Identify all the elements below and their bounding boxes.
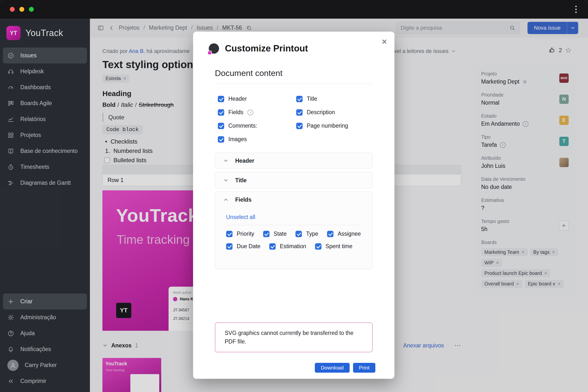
divider bbox=[226, 225, 362, 225]
document-content-options: Header Title Fieldsi Description Comment… bbox=[218, 92, 348, 146]
close-window-button[interactable] bbox=[10, 7, 15, 12]
checkbox-page-numbering[interactable] bbox=[296, 123, 302, 129]
option-label: Images bbox=[228, 136, 247, 142]
kebab-menu-icon[interactable] bbox=[574, 4, 578, 14]
minimize-window-button[interactable] bbox=[19, 7, 24, 12]
checkbox-description[interactable] bbox=[296, 109, 302, 116]
checkbox-images[interactable] bbox=[218, 136, 224, 142]
customize-printout-dialog: × Customize Printout Document content He… bbox=[193, 32, 394, 379]
print-button[interactable]: Print bbox=[353, 363, 375, 373]
checkbox-due-date[interactable] bbox=[226, 243, 232, 250]
unselect-all-link[interactable]: Unselect all bbox=[226, 214, 255, 220]
pdf-icon bbox=[209, 43, 219, 54]
close-icon[interactable]: × bbox=[382, 37, 387, 46]
accordion-fields-toggle[interactable]: Fields bbox=[215, 192, 372, 208]
checkbox-spent-time[interactable] bbox=[315, 243, 322, 250]
checkbox-comments[interactable] bbox=[218, 123, 224, 129]
dialog-title: Customize Printout bbox=[225, 43, 308, 54]
checkbox-fields[interactable] bbox=[218, 109, 224, 116]
chevron-down-icon bbox=[223, 158, 229, 164]
accordion-title-toggle[interactable]: Title bbox=[215, 172, 372, 188]
maximize-window-button[interactable] bbox=[29, 7, 34, 12]
checkbox-state[interactable] bbox=[263, 231, 270, 237]
info-icon: i bbox=[248, 110, 253, 116]
titlebar bbox=[0, 0, 588, 18]
svg-warning-message: SVG graphics cannot currently be transfe… bbox=[215, 322, 373, 352]
checkbox-header[interactable] bbox=[218, 96, 224, 102]
option-label: Comments: bbox=[228, 122, 257, 129]
accordion-fields-section: Fields Unselect all Priority State Type … bbox=[215, 192, 373, 269]
section-divider bbox=[215, 84, 373, 84]
section-title: Document content bbox=[215, 68, 282, 78]
download-button[interactable]: Download bbox=[315, 363, 349, 373]
accordion-header-toggle[interactable]: Header bbox=[215, 153, 372, 168]
checkbox-title[interactable] bbox=[296, 96, 302, 102]
app-window: YT YouTrack Issues Helpdesk Dashboards bbox=[0, 0, 588, 392]
option-label: Fields bbox=[228, 109, 243, 116]
option-label: Header bbox=[228, 96, 247, 102]
option-label: Title bbox=[307, 96, 317, 102]
accordion-header-section: Header bbox=[215, 153, 373, 169]
option-label: Description bbox=[307, 109, 335, 116]
chevron-up-icon bbox=[223, 197, 229, 202]
chevron-down-icon bbox=[223, 178, 229, 183]
option-label: Page numbering bbox=[307, 122, 348, 129]
checkbox-assignee[interactable] bbox=[327, 231, 334, 237]
checkbox-priority[interactable] bbox=[226, 231, 232, 237]
window-controls bbox=[10, 7, 34, 12]
checkbox-type[interactable] bbox=[296, 231, 302, 237]
checkbox-estimation[interactable] bbox=[269, 243, 276, 250]
accordion-title-section: Title bbox=[215, 172, 373, 188]
